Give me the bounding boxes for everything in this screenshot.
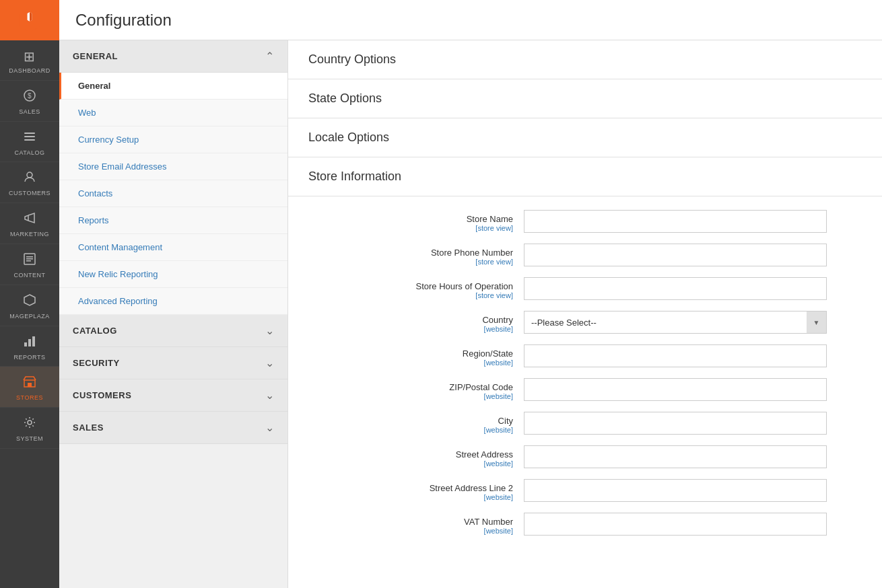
marketing-icon — [23, 211, 36, 228]
sidebar-label-catalog: CATALOG — [14, 149, 44, 157]
store-information-form: Store Name [store view] Store Phone Numb… — [288, 196, 882, 560]
sidebar-label-stores: STORES — [16, 394, 43, 402]
section-customers-title: CUSTOMERS — [73, 390, 131, 400]
city-label: City — [308, 416, 513, 426]
general-menu-items: General Web Currency Setup Store Email A… — [59, 73, 287, 315]
svg-rect-3 — [24, 136, 35, 137]
store-hours-row: Store Hours of Operation [store view] — [308, 277, 862, 300]
store-name-label: Store Name — [308, 214, 513, 224]
country-options-section: Country Options — [288, 40, 882, 79]
street-address-label: Street Address — [308, 449, 513, 460]
section-general-title: GENERAL — [73, 51, 118, 61]
region-state-input[interactable] — [524, 344, 827, 367]
svg-rect-9 — [26, 260, 31, 262]
city-input[interactable] — [524, 412, 827, 435]
store-information-title[interactable]: Store Information — [308, 170, 401, 183]
locale-options-section: Locale Options — [288, 118, 882, 157]
sidebar-item-catalog[interactable]: CATALOG — [0, 122, 59, 163]
left-panel: GENERAL ⌃ General Web Currency Setup Sto… — [59, 40, 288, 588]
street-address-2-sublabel: [website] — [308, 493, 513, 501]
zip-postal-input[interactable] — [524, 378, 827, 401]
content-icon — [23, 252, 36, 269]
menu-item-advanced-reporting[interactable]: Advanced Reporting — [59, 288, 287, 315]
menu-item-store-email[interactable]: Store Email Addresses — [59, 153, 287, 180]
sidebar-item-mageplaza[interactable]: MAGEPLAZA — [0, 285, 59, 326]
mageplaza-icon — [23, 293, 36, 310]
section-general-header[interactable]: GENERAL ⌃ — [59, 40, 287, 73]
store-hours-label: Store Hours of Operation — [308, 281, 513, 291]
sidebar-logo — [0, 0, 59, 40]
sidebar-label-marketing: MARKETING — [10, 231, 49, 238]
street-address-2-row: Street Address Line 2 [website] — [308, 479, 862, 502]
menu-item-currency-setup[interactable]: Currency Setup — [59, 126, 287, 153]
section-sales-title: SALES — [73, 422, 104, 433]
city-sublabel: [website] — [308, 426, 513, 434]
svg-point-15 — [28, 420, 32, 425]
sales-icon: $ — [23, 89, 36, 106]
zip-postal-sublabel: [website] — [308, 392, 513, 400]
sidebar-item-marketing[interactable]: MARKETING — [0, 203, 59, 244]
zip-postal-label: ZIP/Postal Code — [308, 382, 513, 392]
sidebar-label-dashboard: DASHBOARD — [9, 67, 50, 75]
store-hours-sublabel: [store view] — [308, 291, 513, 299]
state-options-title[interactable]: State Options — [308, 91, 382, 105]
store-phone-sublabel: [store view] — [308, 258, 513, 266]
sidebar-item-customers[interactable]: CUSTOMERS — [0, 162, 59, 203]
store-name-input[interactable] — [524, 210, 827, 233]
store-information-section: Store Information — [288, 157, 882, 196]
state-options-section: State Options — [288, 79, 882, 118]
menu-item-reports[interactable]: Reports — [59, 207, 287, 234]
menu-item-contacts[interactable]: Contacts — [59, 180, 287, 207]
sidebar-label-content: CONTENT — [14, 272, 46, 279]
general-chevron-icon: ⌃ — [265, 50, 274, 63]
reports-icon — [23, 334, 36, 351]
region-state-sublabel: [website] — [308, 359, 513, 367]
sidebar-item-dashboard[interactable]: ⊞ DASHBOARD — [0, 40, 59, 81]
sidebar-label-sales: SALES — [19, 108, 40, 116]
catalog-icon — [23, 130, 36, 147]
city-row: City [website] — [308, 412, 862, 435]
section-sales-header[interactable]: SALES ⌄ — [59, 412, 287, 444]
menu-item-web[interactable]: Web — [59, 100, 287, 126]
svg-marker-10 — [24, 295, 35, 305]
region-state-row: Region/State [website] — [308, 344, 862, 367]
section-catalog-title: CATALOG — [73, 326, 117, 336]
sidebar-label-customers: CUSTOMERS — [9, 190, 50, 197]
sidebar-item-reports[interactable]: REPORTS — [0, 326, 59, 367]
vat-number-input[interactable] — [524, 513, 827, 536]
page-title: Configuration — [75, 11, 172, 30]
street-address-2-label: Street Address Line 2 — [308, 483, 513, 493]
menu-item-new-relic[interactable]: New Relic Reporting — [59, 261, 287, 288]
vat-number-label: VAT Number — [308, 517, 513, 527]
system-icon — [23, 416, 36, 433]
section-security-header[interactable]: SECURITY ⌄ — [59, 347, 287, 379]
section-catalog-header[interactable]: CATALOG ⌄ — [59, 315, 287, 347]
svg-rect-14 — [28, 383, 32, 387]
customers-chevron-icon: ⌄ — [265, 389, 274, 402]
street-address-2-input[interactable] — [524, 479, 827, 502]
store-phone-input[interactable] — [524, 244, 827, 266]
locale-options-title[interactable]: Locale Options — [308, 131, 389, 144]
section-customers-header[interactable]: CUSTOMERS ⌄ — [59, 379, 287, 412]
menu-item-content-management[interactable]: Content Management — [59, 234, 287, 261]
svg-rect-12 — [28, 339, 31, 346]
street-address-row: Street Address [website] — [308, 445, 862, 468]
sidebar-item-stores[interactable]: STORES — [0, 367, 59, 408]
country-options-title[interactable]: Country Options — [308, 52, 396, 66]
sidebar-item-system[interactable]: SYSTEM — [0, 408, 59, 449]
store-phone-label: Store Phone Number — [308, 248, 513, 258]
street-address-input[interactable] — [524, 445, 827, 468]
sidebar-label-reports: REPORTS — [14, 354, 46, 361]
sidebar-item-content[interactable]: CONTENT — [0, 244, 59, 285]
store-hours-input[interactable] — [524, 277, 827, 300]
sidebar: ⊞ DASHBOARD $ SALES CATALOG CUSTOMERS MA… — [0, 0, 59, 588]
menu-item-general[interactable]: General — [59, 73, 287, 100]
country-select[interactable]: --Please Select-- — [524, 311, 827, 334]
customers-icon — [23, 170, 36, 187]
dashboard-icon: ⊞ — [24, 48, 36, 65]
content-body: GENERAL ⌃ General Web Currency Setup Sto… — [59, 40, 882, 588]
sidebar-item-sales[interactable]: $ SALES — [0, 81, 59, 122]
magento-logo-icon — [18, 8, 42, 32]
section-security-title: SECURITY — [73, 358, 120, 368]
svg-rect-8 — [26, 258, 33, 260]
